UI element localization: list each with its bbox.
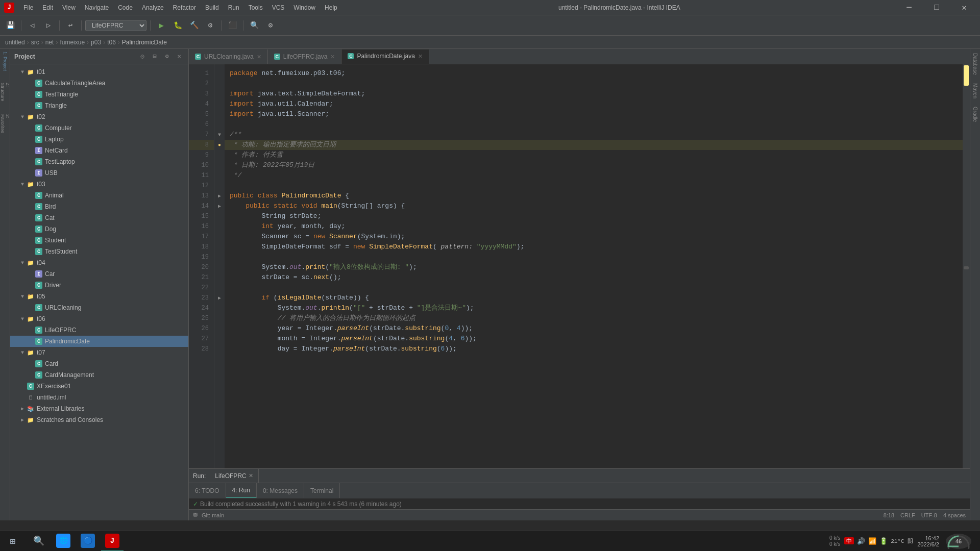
tree-item-TestStudent[interactable]: C TestStudent	[10, 246, 188, 257]
taskbar-item-browser[interactable]: 🌐	[52, 531, 75, 552]
tree-item-Computer[interactable]: C Computer	[10, 122, 188, 134]
panel-hide-button[interactable]: ✕	[174, 52, 184, 62]
tree-item-t03[interactable]: ▼ 📁 t03	[10, 179, 188, 190]
run-tab-close-LifeOFPRC[interactable]: ✕	[249, 472, 253, 479]
toolbar-settings-button[interactable]: ⚙	[263, 18, 278, 33]
menu-file[interactable]: File	[19, 0, 37, 15]
menu-tools[interactable]: Tools	[244, 0, 267, 15]
taskbar-item-intellij[interactable]: J	[101, 531, 124, 552]
tree-item-PalindromicDate[interactable]: C PalindromicDate	[10, 336, 188, 347]
toolbar-search-button[interactable]: 🔍	[247, 18, 261, 33]
tree-item-t06[interactable]: ▼ 📁 t06	[10, 313, 188, 324]
right-tool-gradle[interactable]: Gradle	[971, 103, 979, 126]
project-config-selector[interactable]: LifeOFPRC	[85, 20, 146, 31]
gutter-13[interactable]: ▶	[214, 191, 225, 201]
project-panel-icon[interactable]: 1: Project	[1, 51, 9, 71]
taskbar-volume-icon[interactable]: 🔊	[857, 537, 865, 545]
tree-item-Dog[interactable]: C Dog	[10, 223, 188, 235]
menu-code[interactable]: Code	[114, 0, 137, 15]
toolbar-coverage-button[interactable]: ⚙	[203, 18, 217, 33]
breadcrumb-class[interactable]: PalindromicDate	[122, 39, 167, 46]
menu-view[interactable]: View	[58, 0, 80, 15]
bottom-tab-messages[interactable]: 0: Messages	[257, 483, 304, 498]
tree-item-t07[interactable]: ▼ 📁 t07	[10, 347, 188, 358]
structure-panel-icon[interactable]: Z: Structure	[1, 83, 9, 103]
tree-item-Animal[interactable]: C Animal	[10, 190, 188, 201]
tab-close-URLCleaning[interactable]: ✕	[257, 54, 261, 60]
toolbar-run-button[interactable]: ▶	[154, 18, 168, 33]
panel-locate-button[interactable]: ◎	[137, 52, 148, 62]
tree-item-Student[interactable]: C Student	[10, 235, 188, 246]
tree-item-Cat[interactable]: C Cat	[10, 212, 188, 223]
gutter-23[interactable]: ▶	[214, 293, 225, 303]
tab-PalindromicDate[interactable]: C PalindromicDate.java ✕	[341, 49, 429, 64]
toolbar-build-button[interactable]: 🔨	[187, 18, 201, 33]
menu-analyze[interactable]: Analyze	[138, 0, 168, 15]
menu-run[interactable]: Run	[224, 0, 243, 15]
tree-item-LifeOFPRC[interactable]: C LifeOFPRC	[10, 324, 188, 336]
breadcrumb-fumeixue[interactable]: fumeixue	[60, 39, 85, 46]
editor-scrollbar[interactable]	[963, 64, 970, 468]
tree-item-Driver[interactable]: C Driver	[10, 280, 188, 291]
tree-item-XExercise01[interactable]: C XExercise01	[10, 381, 188, 392]
bottom-tab-terminal[interactable]: Terminal	[304, 483, 340, 498]
menu-edit[interactable]: Edit	[38, 0, 57, 15]
toolbar-save-button[interactable]: 💾	[3, 18, 17, 33]
tree-item-TestTriangle[interactable]: C TestTriangle	[10, 89, 188, 100]
tree-item-t05[interactable]: ▼ 📁 t05	[10, 291, 188, 302]
tree-item-Card[interactable]: C Card	[10, 358, 188, 369]
taskbar-item-search[interactable]: 🔍	[28, 531, 50, 552]
tree-item-ExternalLibraries[interactable]: ▶ 📚 External Libraries	[10, 403, 188, 414]
breadcrumb-p03[interactable]: p03	[91, 39, 101, 46]
panel-collapse-button[interactable]: ⊟	[150, 52, 160, 62]
taskbar-network-icon[interactable]: 📶	[868, 537, 876, 545]
menu-build[interactable]: Build	[201, 0, 223, 15]
tree-item-Bird[interactable]: C Bird	[10, 201, 188, 212]
breadcrumb-src[interactable]: src	[31, 39, 39, 46]
tree-item-TestLaptop[interactable]: C TestLaptop	[10, 156, 188, 167]
tree-item-untitled-iml[interactable]: 🗒 untitled.iml	[10, 392, 188, 403]
taskbar-item-app2[interactable]: 🔵	[77, 531, 99, 552]
menu-navigate[interactable]: Navigate	[81, 0, 113, 15]
gutter-14[interactable]: ▶	[214, 201, 225, 211]
tree-item-t04[interactable]: ▼ 📁 t04	[10, 257, 188, 268]
tree-item-ScratchesConsoles[interactable]: ▶ 📁 Scratches and Consoles	[10, 414, 188, 425]
tree-item-NetCard[interactable]: I NetCard	[10, 145, 188, 156]
menu-help[interactable]: Help	[321, 0, 341, 15]
toolbar-forward-button[interactable]: ▷	[41, 18, 56, 33]
tree-item-CardManagement[interactable]: C CardManagement	[10, 369, 188, 381]
tree-item-t02[interactable]: ▼ 📁 t02	[10, 111, 188, 122]
close-button[interactable]: ✕	[952, 0, 976, 15]
taskbar-ime-icon[interactable]: 中	[844, 537, 854, 545]
tab-LifeOFPRC[interactable]: C LifeOFPRC.java ✕	[268, 49, 342, 64]
right-tool-maven[interactable]: Maven	[971, 79, 979, 103]
gutter-7[interactable]: ▼	[214, 130, 225, 140]
bottom-tab-run[interactable]: 4: Run	[226, 483, 257, 498]
tab-close-PalindromicDate[interactable]: ✕	[418, 53, 423, 60]
breadcrumb-untitled[interactable]: untitled	[5, 39, 25, 46]
taskbar-start-button[interactable]: ⊞	[0, 531, 26, 552]
tree-item-Triangle[interactable]: C Triangle	[10, 100, 188, 111]
right-tool-database[interactable]: Database	[971, 49, 979, 79]
menu-refactor[interactable]: Refactor	[169, 0, 200, 15]
tree-item-USB[interactable]: I USB	[10, 167, 188, 179]
toolbar-undo-button[interactable]: ↩	[63, 18, 78, 33]
menu-window[interactable]: Window	[289, 0, 320, 15]
taskbar-clock[interactable]: 16:42 2022/6/2	[917, 535, 939, 547]
menu-vcs[interactable]: VCS	[268, 0, 289, 15]
tree-item-t01[interactable]: ▼ 📁 t01	[10, 66, 188, 78]
bottom-tab-todo[interactable]: 6: TODO	[189, 483, 226, 498]
tree-item-Car[interactable]: I Car	[10, 268, 188, 280]
minimize-button[interactable]: ─	[897, 0, 921, 15]
toolbar-stop-button[interactable]: ⬛	[225, 18, 239, 33]
breadcrumb-t06[interactable]: t06	[107, 39, 116, 46]
toolbar-debug-button[interactable]: 🐛	[170, 18, 185, 33]
maximize-button[interactable]: □	[925, 0, 948, 15]
favorites-panel-icon[interactable]: 2: Favorites	[1, 114, 9, 135]
tree-item-Laptop[interactable]: C Laptop	[10, 134, 188, 145]
tab-URLCleaning[interactable]: C URLCleaning.java ✕	[189, 49, 268, 64]
code-content[interactable]: package net.fumeixue.p03.t06; import jav…	[225, 64, 963, 468]
tree-item-URLCleaning[interactable]: C URLCleaning	[10, 302, 188, 313]
tree-item-CalculateTriangleArea[interactable]: C CalculateTriangleArea	[10, 78, 188, 89]
tab-close-LifeOFPRC[interactable]: ✕	[330, 54, 335, 60]
